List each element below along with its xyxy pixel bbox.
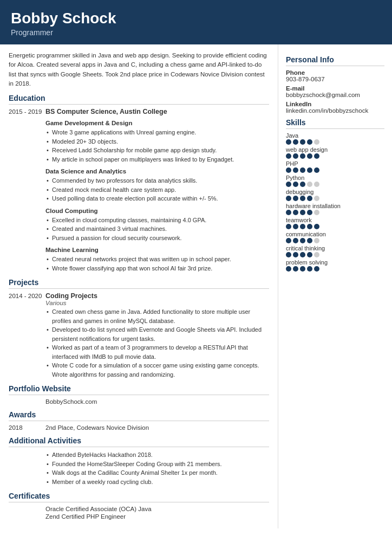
skill-dot-6-0: [286, 224, 291, 229]
additional-bullet-3: Member of a weekly road cycling club.: [45, 477, 269, 487]
skill-dot-6-2: [300, 224, 305, 229]
skill-dots-0: [286, 139, 384, 145]
skill-dot-5-4: [314, 210, 319, 215]
additional-activities: Attended ByteHacks Hackathon 2018. Found…: [9, 450, 269, 486]
skill-dot-7-1: [293, 238, 298, 243]
skill-dots-8: [286, 252, 384, 257]
skill-dot-6-3: [307, 224, 312, 229]
phone-label: Phone: [286, 69, 384, 76]
skill-dot-0-1: [293, 139, 298, 145]
skill-dot-9-3: [307, 266, 312, 272]
skill-name-7: communication: [286, 231, 384, 237]
proj-bullet-3: Wrote C code for a simulation of a socce…: [45, 361, 269, 379]
skill-row-1: web app design: [286, 146, 384, 159]
projects-subtitle: Various: [45, 300, 269, 306]
subsection-title-cloud: Cloud Computing: [45, 208, 269, 214]
summary-text: Energetic programmer skilled in Java and…: [9, 51, 269, 88]
ml-bullet-1: Wrote flower classifying app that won sc…: [45, 264, 269, 273]
skill-dot-3-2: [300, 182, 305, 187]
skill-dot-7-2: [300, 238, 305, 243]
skill-dot-9-1: [293, 266, 298, 272]
linkedin-value: linkedin.com/in/bobbyzschock: [286, 107, 384, 114]
game-bullet-2: Received Ladd Scholarship for mobile gam…: [45, 146, 269, 155]
awards-section-title: Awards: [9, 410, 269, 421]
ml-bullet-0: Created neural networks project that was…: [45, 255, 269, 264]
game-bullets: Wrote 3 game applications with Unreal ga…: [45, 128, 269, 164]
data-bullet-2: Used polling data to create election pol…: [45, 194, 269, 203]
skill-dot-4-2: [300, 196, 305, 201]
skill-name-1: web app design: [286, 146, 384, 153]
proj-bullet-0: Created own chess game in Java. Added fu…: [45, 307, 269, 325]
skills-container: Javaweb app designPHPPythondebugginghard…: [286, 132, 384, 272]
skill-dots-6: [286, 224, 384, 229]
game-bullet-0: Wrote 3 game applications with Unreal ga…: [45, 128, 269, 137]
skill-row-6: teamwork: [286, 217, 384, 229]
skill-dot-7-3: [307, 238, 312, 243]
projects-entry: 2014 - 2020 Coding Projects Various Crea…: [9, 292, 269, 379]
skill-row-5: hardware installation: [286, 203, 384, 215]
education-content: BS Computer Science, Austin College Game…: [45, 108, 269, 273]
projects-content: Coding Projects Various Created own ches…: [45, 292, 269, 379]
cloud-bullet-0: Excelled in cloud computing classes, mai…: [45, 216, 269, 225]
game-bullet-1: Modeled 20+ 3D objects.: [45, 137, 269, 146]
skill-dot-2-1: [293, 167, 298, 173]
education-section-title: Education: [9, 94, 269, 105]
additional-bullet-2: Walk dogs at the Cadillac County Animal …: [45, 468, 269, 477]
skill-dot-9-4: [314, 266, 319, 272]
skill-dots-7: [286, 238, 384, 243]
content-wrapper: Energetic programmer skilled in Java and…: [0, 44, 392, 528]
cert-1: Zend Certified PHP Engineer: [9, 513, 269, 520]
skill-dots-9: [286, 266, 384, 272]
skill-dot-8-1: [293, 252, 298, 257]
data-bullet-0: Commended by two professors for data ana…: [45, 176, 269, 185]
skill-dot-4-0: [286, 196, 291, 201]
projects-section-title: Projects: [9, 278, 269, 289]
skill-dot-9-0: [286, 266, 291, 272]
email-value: bobbyzschock@gmail.com: [286, 92, 384, 98]
skill-dot-0-4: [314, 139, 319, 145]
skill-dot-4-1: [293, 196, 298, 201]
cloud-bullet-1: Created and maintained 3 virtual machine…: [45, 224, 269, 234]
skill-dot-8-4: [314, 252, 319, 257]
skill-dot-5-0: [286, 210, 291, 215]
data-bullet-1: Created mock medical health care system …: [45, 185, 269, 195]
cloud-bullet-2: Pursued a passion for cloud security cou…: [45, 234, 269, 243]
skill-name-9: problem solving: [286, 259, 384, 266]
skill-dot-5-3: [307, 210, 312, 215]
additional-bullets: Attended ByteHacks Hackathon 2018. Found…: [45, 450, 269, 486]
skill-dot-0-0: [286, 139, 291, 145]
resume-header: Bobby Schock Programmer: [0, 0, 392, 44]
skill-row-7: communication: [286, 231, 384, 243]
skill-dots-2: [286, 167, 384, 173]
skill-name-8: critical thinking: [286, 245, 384, 251]
skill-row-4: debugging: [286, 189, 384, 201]
sidebar-column: Personal Info Phone 903-879-0637 E-mail …: [278, 44, 392, 528]
subsection-title-ml: Machine Learning: [45, 247, 269, 253]
projects-date: 2014 - 2020: [9, 292, 45, 379]
additional-bullet-1: Founded the HomeStarSleeper Coding Group…: [45, 460, 269, 469]
skill-dot-2-0: [286, 167, 291, 173]
skill-dot-3-4: [314, 182, 319, 187]
skills-section-title: Skills: [286, 118, 384, 129]
skill-name-6: teamwork: [286, 217, 384, 223]
game-bullet-3: My article in school paper on multiplaye…: [45, 155, 269, 164]
additional-section-title: Additional Activities: [9, 436, 269, 447]
portfolio-value: BobbySchock.com: [9, 398, 269, 405]
education-degree: BS Computer Science, Austin College: [45, 108, 269, 115]
skill-dot-4-4: [314, 196, 319, 201]
skill-dots-4: [286, 196, 384, 201]
skill-dot-0-2: [300, 139, 305, 145]
skill-name-2: PHP: [286, 160, 384, 167]
award-row: 2018 2nd Place, Codewars Novice Division: [9, 424, 269, 431]
proj-bullet-1: Developed to-do list synced with Evernot…: [45, 325, 269, 343]
candidate-name: Bobby Schock: [11, 10, 381, 27]
skill-dots-3: [286, 182, 384, 187]
award-description: 2nd Place, Codewars Novice Division: [45, 424, 269, 431]
skill-dot-1-4: [314, 153, 319, 159]
skill-dot-1-2: [300, 153, 305, 159]
skill-dot-0-3: [307, 139, 312, 145]
skill-dot-5-1: [293, 210, 298, 215]
skill-dot-6-4: [314, 224, 319, 229]
skill-dots-1: [286, 153, 384, 159]
skill-dot-8-3: [307, 252, 312, 257]
